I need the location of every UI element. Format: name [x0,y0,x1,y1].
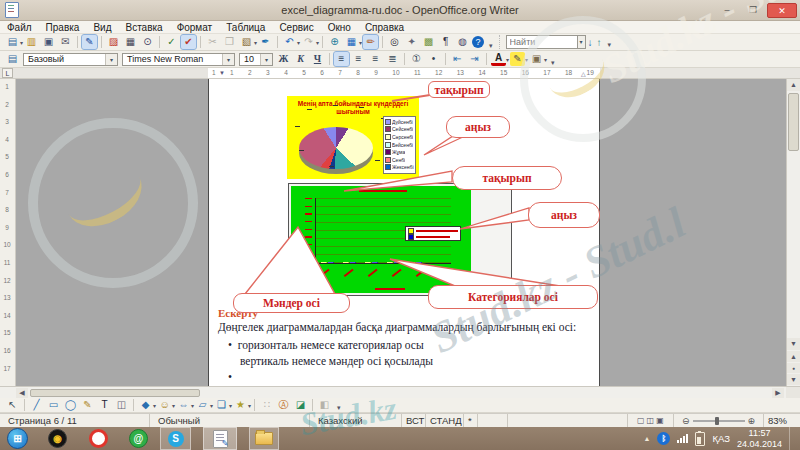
vertical-ruler[interactable]: 1234567891011121314151617 [0,79,16,386]
zoom-percentage[interactable]: 83% [764,414,800,427]
draw-functions-icon[interactable]: ✏ [363,35,378,49]
combo-arrow-icon[interactable]: ▾ [222,54,234,65]
find-replace-icon[interactable]: ◎ [387,35,402,49]
right-indent-marker[interactable]: △ [581,70,586,77]
book-view-icon[interactable]: ▣ [656,416,664,425]
callout-value-axis[interactable]: Мәндер осі [233,293,350,313]
callout-chart1-title[interactable]: тақырып [428,81,490,98]
cut-icon[interactable]: ✂ [205,35,220,49]
single-page-view-icon[interactable]: ▢ [637,416,645,425]
bold-icon[interactable]: Ж [276,52,291,66]
zoom-in-icon[interactable]: ⊕ [748,416,756,426]
align-center-icon[interactable]: ≡ [351,52,366,66]
writer-taskbar-button[interactable]: ✎ [203,427,237,450]
increase-indent-icon[interactable]: ⇥ [467,52,482,66]
autospellcheck-icon[interactable]: ✔ [181,35,196,49]
menu-item-0[interactable]: Файл [0,22,39,33]
callout-chart2-title[interactable]: тақырып [452,166,562,190]
scroll-up-icon[interactable]: ▲ [787,79,800,91]
ellipse-icon[interactable]: ◯ [63,398,78,412]
export-pdf-icon[interactable]: ▨ [106,35,121,49]
background-color-icon[interactable]: ▣ [529,52,544,66]
freeform-icon[interactable]: ✎ [80,398,95,412]
tray-expand-icon[interactable]: ▲ [644,435,651,442]
vertical-scrollbar-thumb[interactable] [788,93,799,151]
fontwork-icon[interactable]: Ⓐ [276,398,291,412]
print-icon[interactable]: ▦ [123,35,138,49]
new-icon[interactable]: ▤ [5,35,20,49]
align-left-icon[interactable]: ≡ [334,52,349,66]
menu-item-2[interactable]: Вид [86,22,118,33]
status-page-style[interactable]: Обычный [150,414,310,427]
status-page-number[interactable]: Страница 6 / 11 [0,414,150,427]
decrease-indent-icon[interactable]: ⇤ [450,52,465,66]
font-color-icon[interactable]: А [491,52,506,66]
indent-marker[interactable]: ▼ [219,70,225,76]
show-desktop-button[interactable] [789,427,794,450]
find-toolbar-overflow-icon[interactable]: ▾ [608,41,612,49]
next-page-icon[interactable]: ▼ [787,374,800,385]
explorer-taskbar-button[interactable] [249,427,279,450]
zoom-out-icon[interactable]: ⊖ [682,416,690,426]
align-right-icon[interactable]: ≡ [368,52,383,66]
stars-icon[interactable]: ★ [233,398,248,412]
minimize-button[interactable]: – [715,3,739,18]
redo-icon[interactable]: ↷ [301,35,316,49]
callout-chart2-legend[interactable]: аңыз [528,202,600,228]
menu-item-3[interactable]: Вставка [118,22,169,33]
undo-icon[interactable]: ↶ [282,35,297,49]
menu-item-6[interactable]: Сервис [272,22,320,33]
horizontal-ruler[interactable]: L 112345678910111213141516171819 ▼ △ [0,68,800,79]
gallery-icon[interactable]: ▩ [421,35,436,49]
horizontal-scrollbar-thumb[interactable] [30,389,200,397]
highlight-icon[interactable]: ✎ [510,52,525,66]
zoom-icon[interactable]: ◍ [455,35,470,49]
numbered-list-icon[interactable]: ① [409,52,424,66]
dropdown-arrow-icon[interactable]: ▾ [248,402,251,409]
align-justify-icon[interactable]: ≣ [385,52,400,66]
horizontal-scrollbar[interactable]: ◀ ▶ [0,386,800,398]
save-icon[interactable]: ▣ [41,35,56,49]
status-selection-mode[interactable]: СТАНД [426,414,464,427]
find-dropdown-icon[interactable]: ▾ [578,35,586,49]
flowchart-icon[interactable]: ▱ [195,398,210,412]
scroll-left-icon[interactable]: ◀ [16,388,28,398]
tab-stop-selector[interactable]: L [2,68,13,78]
nonprinting-chars-icon[interactable]: ¶ [438,35,453,49]
styles-window-icon[interactable]: ▤ [5,52,20,66]
opera-icon[interactable] [89,429,108,448]
paragraph-style-combo[interactable]: Базовый ▾ [23,53,118,66]
tray-language-indicator[interactable]: ҚАЗ [712,433,730,444]
menu-item-8[interactable]: Справка [358,22,411,33]
previous-page-icon[interactable]: ▲ [787,351,800,362]
zoom-slider[interactable] [693,420,745,422]
tray-clock[interactable]: 11:57 24.04.2014 [737,428,782,450]
menu-item-5[interactable]: Таблица [219,22,272,33]
status-language[interactable]: Казахский [310,414,402,427]
select-icon[interactable]: ↖ [5,398,20,412]
scroll-right-icon[interactable]: ▶ [772,388,784,398]
extrusion-icon[interactable]: ◧ [317,398,332,412]
bullet-list-icon[interactable]: • [426,52,441,66]
font-size-combo[interactable]: 10 ▾ [239,53,273,66]
callout-chart1-legend[interactable]: аңыз [446,116,510,138]
page-preview-icon[interactable]: ⊙ [140,35,155,49]
pie-chart-object[interactable]: Менің апта бойындағы күндердегі шығыным … [287,96,419,179]
zoom-slider-thumb[interactable] [715,417,719,425]
menu-item-7[interactable]: Окно [321,22,358,33]
dropdown-arrow-icon[interactable]: ▾ [316,39,319,46]
network-signal-icon[interactable] [677,434,688,443]
restore-button[interactable]: ❐ [741,3,765,18]
table-icon[interactable]: ▦ [344,35,359,49]
close-button[interactable]: ✕ [767,3,797,18]
open-icon[interactable]: ▥ [24,35,39,49]
multi-page-view-icon[interactable]: ◫ [647,416,655,425]
skype-taskbar-button[interactable]: S [160,427,191,450]
text-icon[interactable]: T [97,398,112,412]
toolbar-overflow-icon[interactable]: ▾ [337,404,341,412]
basic-shapes-icon[interactable]: ◆ [138,398,153,412]
taskbar-app-icon[interactable]: ◉ [48,429,67,448]
edit-file-icon[interactable]: ✎ [82,35,97,49]
scroll-down-icon[interactable]: ▼ [787,338,800,350]
find-input[interactable] [506,35,578,49]
